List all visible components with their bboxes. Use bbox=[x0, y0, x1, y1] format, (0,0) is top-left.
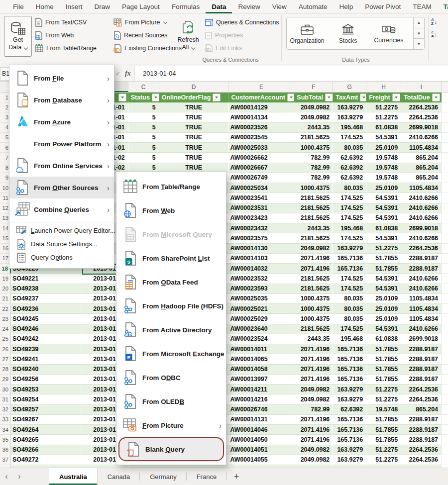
cell-g8[interactable]: 62.6392 bbox=[333, 163, 366, 173]
column-header-h[interactable]: H bbox=[366, 82, 401, 92]
cell-d2[interactable]: TRUE bbox=[159, 102, 229, 112]
cell-a37[interactable]: SO49272 bbox=[11, 455, 82, 465]
gallery-more-icon[interactable]: ▼ bbox=[414, 39, 424, 49]
cell-i19[interactable]: 2410.6266 bbox=[401, 274, 442, 284]
cell-h35[interactable]: 51.7855 bbox=[366, 435, 401, 445]
submenu-item-from-web[interactable]: From Web bbox=[116, 198, 226, 222]
cell-i24[interactable]: 2410.6266 bbox=[401, 324, 442, 334]
sheet-tab-germany[interactable]: Germany bbox=[140, 468, 186, 485]
row-header-23[interactable]: 23 bbox=[0, 314, 11, 324]
cell-e30[interactable]: AW00014211 bbox=[228, 385, 294, 394]
row-header-24[interactable]: 24 bbox=[0, 324, 11, 334]
cell-j35[interactable] bbox=[442, 435, 448, 445]
cell-e2[interactable]: AW00014129 bbox=[228, 102, 294, 112]
row-header-19[interactable]: 19 bbox=[0, 274, 11, 284]
cell-g14[interactable]: 195.468 bbox=[333, 223, 366, 233]
cell-i6[interactable]: 1105.4834 bbox=[401, 143, 442, 153]
cell-f8[interactable]: 782.99 bbox=[294, 163, 333, 173]
cell-h14[interactable]: 61.0838 bbox=[366, 223, 401, 233]
cell-a24[interactable]: SO49246 bbox=[11, 324, 82, 334]
cell-j2[interactable] bbox=[442, 102, 448, 112]
cell-g9[interactable]: 62.6392 bbox=[333, 173, 366, 183]
row-header-20[interactable]: 20 bbox=[0, 284, 11, 294]
cell-e33[interactable]: AW00014131 bbox=[228, 415, 294, 425]
cell-g37[interactable]: 163.9279 bbox=[333, 455, 366, 465]
column-header-j[interactable] bbox=[442, 82, 448, 92]
cell-j37[interactable] bbox=[442, 455, 448, 465]
cell-a28[interactable]: SO49240 bbox=[11, 365, 82, 375]
cell-g27[interactable]: 165.7136 bbox=[333, 354, 366, 364]
cell-g23[interactable]: 80.035 bbox=[333, 314, 366, 324]
cell-i33[interactable]: 2288.9187 bbox=[401, 415, 442, 425]
cell-h5[interactable]: 54.5391 bbox=[366, 133, 401, 143]
submenu-item-from-hadoop-file-hdfs[interactable]: From Hadoop File (HDFS) bbox=[116, 294, 226, 318]
cell-h33[interactable]: 51.7855 bbox=[366, 415, 401, 425]
cell-j7[interactable] bbox=[442, 153, 448, 163]
cell-h19[interactable]: 54.5391 bbox=[366, 274, 401, 284]
cell-j36[interactable] bbox=[442, 445, 448, 455]
cell-a31[interactable]: SO49254 bbox=[11, 394, 82, 404]
menu-item-from-database[interactable]: From Database› bbox=[9, 89, 114, 111]
submenu-item-from-odbc[interactable]: From ODBC bbox=[116, 366, 226, 389]
cell-e9[interactable]: AW00026749 bbox=[228, 173, 294, 183]
cell-e24[interactable]: AW00023640 bbox=[228, 324, 294, 334]
cell-i3[interactable]: 2264.2536 bbox=[401, 112, 442, 122]
row-header-33[interactable]: 33 bbox=[0, 415, 11, 425]
cell-h29[interactable]: 51.7855 bbox=[366, 375, 401, 385]
cell-i8[interactable]: 865.204 bbox=[401, 163, 442, 173]
cell-i10[interactable]: 1105.4834 bbox=[401, 183, 442, 193]
cell-e11[interactable]: AW00023541 bbox=[228, 193, 294, 203]
cell-h23[interactable]: 25.0109 bbox=[366, 314, 401, 324]
ribbon-tab-team[interactable]: TEAM bbox=[407, 0, 438, 13]
cell-c4[interactable]: 5 bbox=[128, 123, 159, 133]
cell-j3[interactable] bbox=[442, 112, 448, 122]
cell-g2[interactable]: 163.9279 bbox=[333, 102, 366, 112]
cell-e27[interactable]: AW00014065 bbox=[228, 354, 294, 364]
cell-i15[interactable]: 2410.6266 bbox=[401, 233, 442, 243]
ribbon-tab-file[interactable]: File bbox=[7, 0, 30, 13]
cell-g5[interactable]: 174.525 bbox=[333, 133, 366, 143]
cell-a30[interactable]: SO49253 bbox=[11, 385, 82, 394]
get-data-button[interactable]: Get Data bbox=[4, 16, 32, 57]
submenu-item-from-active-directory[interactable]: From Active Directory bbox=[116, 318, 226, 342]
cell-h34[interactable]: 51.7855 bbox=[366, 425, 401, 435]
cell-h2[interactable]: 51.2275 bbox=[366, 102, 401, 112]
cell-h26[interactable]: 51.7855 bbox=[366, 344, 401, 354]
cell-j15[interactable] bbox=[442, 233, 448, 243]
cell-a22[interactable]: SO49236 bbox=[11, 304, 82, 314]
ribbon-tab-insert[interactable]: Insert bbox=[60, 0, 89, 13]
cell-j5[interactable] bbox=[442, 133, 448, 143]
insert-function-icon[interactable]: fx bbox=[125, 70, 131, 78]
cell-j30[interactable] bbox=[442, 385, 448, 394]
cell-a25[interactable]: SO49242 bbox=[11, 334, 82, 344]
cell-h27[interactable]: 51.7855 bbox=[366, 354, 401, 364]
cell-c2[interactable]: 5 bbox=[128, 102, 159, 112]
cell-i11[interactable]: 2410.6266 bbox=[401, 193, 442, 203]
ribbon-tab-view[interactable]: View bbox=[266, 0, 293, 13]
cell-i9[interactable]: 865.204 bbox=[401, 173, 442, 183]
filter-button-icon[interactable] bbox=[152, 94, 159, 101]
column-header-c[interactable]: C bbox=[128, 82, 159, 92]
cell-g13[interactable]: 174.525 bbox=[333, 213, 366, 223]
menu-item-from-azure[interactable]: From Azure› bbox=[9, 111, 114, 133]
cell-f18[interactable]: 2071.4196 bbox=[294, 264, 333, 274]
cell-f11[interactable]: 2181.5625 bbox=[294, 193, 333, 203]
cell-e37[interactable]: AW00014055 bbox=[228, 455, 294, 465]
cell-i25[interactable]: 2699.9018 bbox=[401, 334, 442, 344]
cell-e23[interactable]: AW00025029 bbox=[228, 314, 294, 324]
cell-j23[interactable] bbox=[442, 314, 448, 324]
sort-ascending-button[interactable]: AZ ↓ bbox=[431, 18, 437, 25]
cell-f21[interactable]: 1000.4375 bbox=[294, 294, 333, 304]
column-header-e[interactable]: E bbox=[228, 82, 294, 92]
ribbon-tab-automate[interactable]: Automate bbox=[293, 0, 334, 13]
cell-a35[interactable]: SO49265 bbox=[11, 435, 82, 445]
cell-a27[interactable]: SO49241 bbox=[11, 354, 82, 364]
ribbon-tab-help[interactable]: Help bbox=[334, 0, 359, 13]
cell-i31[interactable]: 2264.2536 bbox=[401, 394, 442, 404]
data-type-stocks[interactable]: Stocks bbox=[328, 17, 368, 49]
cell-i4[interactable]: 2699.9018 bbox=[401, 123, 442, 133]
cell-f35[interactable]: 2071.4196 bbox=[294, 435, 333, 445]
cell-f26[interactable]: 2071.4196 bbox=[294, 344, 333, 354]
cell-h20[interactable]: 54.5391 bbox=[366, 284, 401, 294]
cell-e8[interactable]: AW00026667 bbox=[228, 163, 294, 173]
